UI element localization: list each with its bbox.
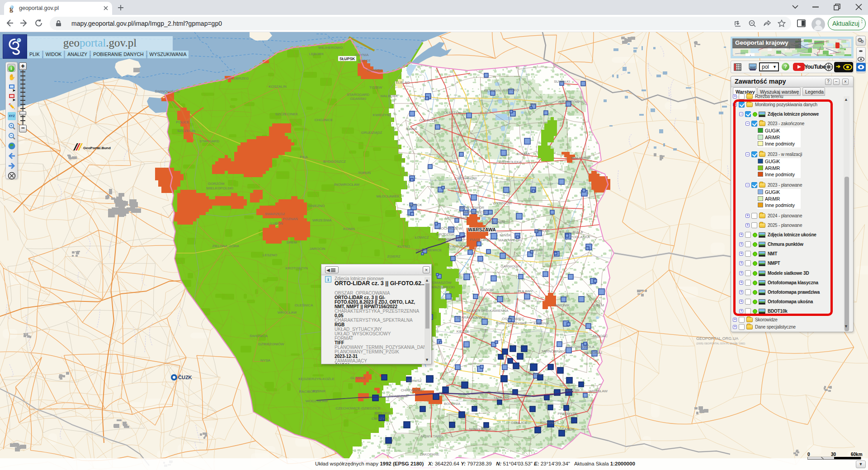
svg-text:ELBLĄG: ELBLĄG [396,80,410,85]
svg-text:OLSZTYN: OLSZTYN [444,111,461,115]
svg-text:ŁOWICZ: ŁOWICZ [415,235,429,240]
svg-text:SZCZECIN: SZCZECIN [177,129,195,133]
svg-text:POLICE: POLICE [176,120,189,124]
svg-text:JAROCIN: JAROCIN [309,247,325,251]
svg-text:KROSNO: KROSNO [540,421,556,425]
svg-text:GRUDZIĄDZ: GRUDZIĄDZ [361,131,382,135]
svg-text:KONIN: KONIN [343,227,355,231]
svg-text:MIŃSK: MIŃSK [500,233,511,237]
svg-text:ŚWIDNICA: ŚWIDNICA [250,334,268,338]
svg-text:IŁAWA: IŁAWA [406,127,417,131]
svg-text:SWARZĘDZ: SWARZĘDZ [265,212,285,216]
svg-text:STARACHOWICE: STARACHOWICE [457,315,486,320]
svg-text:LESZNO: LESZNO [263,253,277,257]
svg-text:NYSA: NYSA [260,358,270,362]
svg-text:ŻYRARDÓW: ŻYRARDÓW [448,244,469,249]
svg-text:PRZEMYŚL: PRZEMYŚL [557,412,577,416]
svg-text:MAZOWIECKI: MAZOWIECKI [463,210,486,214]
svg-text:TORUŃ: TORUŃ [358,171,371,175]
svg-text:BIAŁA: BIAŁA [573,230,583,234]
svg-text:GeoPortal.Bund: GeoPortal.Bund [83,146,111,150]
svg-text:ŚWIĘTOKRZYSKI: ŚWIĘTOKRZYSKI [496,321,526,325]
svg-text:GARWOLIN: GARWOLIN [500,264,520,268]
svg-text:MALBORK: MALBORK [380,94,398,98]
svg-text:JAROSŁAW: JAROSŁAW [588,389,608,393]
svg-text:ZAKOPANE: ZAKOPANE [420,452,439,456]
svg-text:SKIERNIEWICE: SKIERNIEWICE [415,248,442,252]
svg-text:ŁOMŻA: ŁOMŻA [517,152,530,156]
svg-text:MŁAWA: MŁAWA [444,159,457,163]
svg-text:GDAŃSK: GDAŃSK [367,68,382,72]
svg-text:KIELCE: KIELCE [457,329,469,334]
svg-text:ZIELONA GÓRA: ZIELONA GÓRA [212,244,239,248]
svg-text:PŁOCK: PŁOCK [410,203,422,207]
svg-text:STALOWA WOLA: STALOWA WOLA [566,345,594,349]
svg-text:OSTRÓDA: OSTRÓDA [419,118,437,122]
svg-text:GDAŃSKI: GDAŃSKI [350,97,366,101]
svg-text:ŁUKÓW: ŁUKÓW [529,248,543,252]
svg-text:WRZEŚNIA: WRZEŚNIA [312,218,332,222]
svg-text:PODLASKA: PODLASKA [570,235,590,239]
svg-text:LEGIONOWO: LEGIONOWO [445,216,468,220]
svg-text:MAZOWIECKI: MAZOWIECKI [431,285,455,289]
svg-text:GNIEZNO: GNIEZNO [308,204,325,208]
svg-text:BIŁGORAJ: BIŁGORAJ [584,351,602,355]
svg-text:GLIWICE: GLIWICE [350,376,366,380]
svg-text:BYDGOSZCZ: BYDGOSZCZ [323,160,346,164]
svg-text:TCZEW: TCZEW [369,85,382,89]
svg-text:ZGIERZ: ZGIERZ [387,254,400,258]
svg-text:NOWY SĄCZ: NOWY SĄCZ [469,427,491,431]
svg-text:CIESZYN: CIESZYN [372,417,387,421]
svg-text:RADOM: RADOM [480,288,494,292]
svg-text:CIECHANÓW: CIECHANÓW [454,176,477,180]
svg-text:ZAMOŚĆ: ZAMOŚĆ [592,334,608,338]
svg-text:PUŁAWY: PUŁAWY [518,289,533,293]
svg-text:CHOJNICE: CHOJNICE [315,118,333,122]
svg-text:GDYNIA: GDYNIA [355,53,369,57]
svg-text:LUBOŃ: LUBOŃ [270,221,283,226]
svg-text:SZCZECINEK: SZCZECINEK [275,112,298,116]
svg-text:DZIERŻONIÓW: DZIERŻONIÓW [259,342,284,346]
svg-text:GIŻYCKO: GIŻYCKO [503,88,519,92]
svg-text:(2005) GEOPORTAL.GOV.PL (DANE,: (2005) GEOPORTAL.GOV.PL (DANE, 1992) [696,342,745,345]
svg-text:TARNOBRZEG: TARNOBRZEG [542,349,566,353]
svg-text:WROCŁAW: WROCŁAW [278,310,297,315]
svg-text:KĘTRZYN: KĘTRZYN [484,89,501,93]
svg-text:TARNÓW: TARNÓW [494,396,509,400]
svg-text:GORZÓW: GORZÓW [208,182,225,186]
svg-text:KUTNO: KUTNO [397,244,410,249]
svg-text:POZNAŃ: POZNAŃ [283,217,298,221]
svg-text:RZESZÓW: RZESZÓW [561,388,580,392]
svg-text:SŁUPSK: SŁUPSK [340,56,355,61]
svg-text:SOCHACZEW: SOCHACZEW [439,226,462,230]
svg-text:INOWROCŁAW: INOWROCŁAW [334,183,360,187]
svg-text:KRAŚNIK: KRAŚNIK [533,321,550,325]
svg-text:KOŁOBRZEG: KOŁOBRZEG [226,76,249,80]
svg-text:NOWY DWÓR: NOWY DWÓR [461,206,485,210]
svg-text:EŁK: EŁK [530,102,537,106]
svg-text:WŁOCŁAWEK: WŁOCŁAWEK [376,194,400,198]
svg-text:MIELEC: MIELEC [528,372,542,376]
svg-text:MAZOWIECKI: MAZOWIECKI [498,238,522,242]
svg-text:BIAŁYSTOK: BIAŁYSTOK [571,156,591,160]
svg-text:ŚWINOUJŚCIE: ŚWINOUJŚCIE [155,89,180,94]
svg-text:ŚREM: ŚREM [286,240,297,244]
svg-text:PIASECZNO: PIASECZNO [470,238,491,242]
svg-text:MAZOWIECKI: MAZOWIECKI [438,237,462,241]
svg-text:OSTROŁĘKA: OSTROŁĘKA [500,160,522,164]
svg-text:BIELSKO: BIELSKO [375,411,390,415]
svg-text:GRODZISK: GRODZISK [436,232,455,236]
svg-text:GEOPORTAL.ORG.UA: GEOPORTAL.ORG.UA [696,336,738,341]
svg-text:NOWY TARG: NOWY TARG [421,434,443,438]
svg-text:ŚWIDNIK: ŚWIDNIK [554,303,570,307]
svg-text:SKARŻYSKO-KAMIENNA: SKARŻYSKO-KAMIENNA [466,309,509,313]
svg-text:OLKUSZ: OLKUSZ [407,379,422,383]
svg-text:WODZISŁAW: WODZISŁAW [305,399,327,403]
svg-text:WOŁOMIN: WOŁOMIN [487,220,505,224]
svg-text:WEJHEROWO: WEJHEROWO [318,46,343,50]
svg-text:WIELKOPOLSKI: WIELKOPOLSKI [206,186,233,190]
svg-text:STAROGARD: STAROGARD [347,93,369,97]
svg-text:OŚWIĘCIM: OŚWIĘCIM [388,394,407,398]
svg-text:CZECHOWICE-DZIEDZICE: CZECHOWICE-DZIEDZICE [335,406,381,410]
svg-text:CHEŁM: CHEŁM [591,303,604,307]
